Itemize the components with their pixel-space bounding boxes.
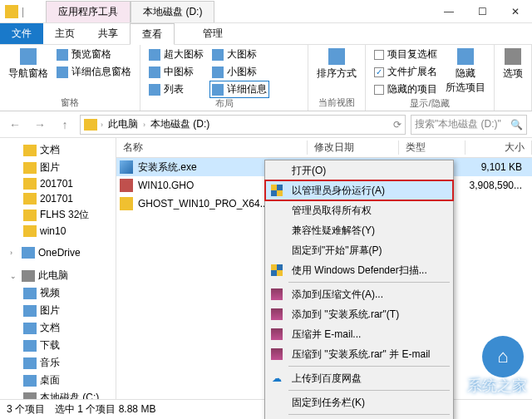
cloud-icon: ☁ — [272, 372, 282, 384]
context-tab-tools[interactable]: 应用程序工具 — [46, 1, 131, 22]
chevron-down-icon[interactable]: ⌄ — [10, 272, 18, 280]
ribbon: 导航窗格 预览窗格 详细信息窗格 窗格 超大图标 中图标 列表 大图标 小图标 … — [0, 45, 532, 111]
pc-icon — [22, 270, 35, 282]
back-button[interactable]: ← — [5, 115, 25, 135]
layout-medium[interactable]: 中图标 — [147, 64, 205, 80]
context-menu-item[interactable]: 固定到任务栏(K) — [265, 392, 453, 412]
tree-documents[interactable]: 文档 — [0, 141, 116, 159]
menu-item-label: 固定到任务栏(K) — [292, 396, 446, 410]
context-menu-item[interactable]: 添加到压缩文件(A)... — [265, 284, 453, 304]
details-pane-button[interactable]: 详细信息窗格 — [55, 64, 133, 80]
close-button[interactable]: ✕ — [499, 0, 532, 23]
layout-large[interactable]: 大图标 — [210, 47, 268, 62]
tree-music[interactable]: 音乐 — [0, 354, 116, 372]
ribbon-group-view: 排序方式 当前视图 — [308, 45, 366, 111]
tree-201701b[interactable]: 201701 — [0, 191, 116, 206]
group-label-showhide: 显示/隐藏 — [372, 97, 487, 110]
context-menu-item[interactable]: 以管理员身份运行(A) — [265, 180, 453, 200]
tree-this-pc[interactable]: ⌄此电脑 — [0, 267, 116, 284]
breadcrumb[interactable]: › 此电脑 › 本地磁盘 (D:) ⟳ — [80, 115, 406, 135]
tree-pictures2[interactable]: 图片 — [0, 302, 116, 319]
rar-icon — [271, 308, 283, 320]
preview-pane-button[interactable]: 预览窗格 — [55, 47, 133, 62]
onedrive-icon — [22, 247, 35, 259]
group-label-view: 当前视图 — [315, 96, 358, 109]
menu-item-label: 添加到压缩文件(A)... — [292, 288, 446, 302]
desktop-icon — [23, 375, 37, 387]
nav-pane-icon — [20, 48, 37, 65]
tree-win10[interactable]: win10 — [0, 224, 116, 239]
quick-access-toolbar: | — [0, 5, 29, 18]
sort-button[interactable]: 排序方式 — [315, 47, 358, 82]
hide-selected-button[interactable]: 隐藏 所选项目 — [444, 47, 487, 96]
home-tab[interactable]: 主页 — [43, 23, 86, 44]
file-tab[interactable]: 文件 — [0, 23, 43, 44]
context-menu-item[interactable]: 固定到"开始"屏幕(P) — [265, 240, 453, 260]
tree-201701a[interactable]: 201701 — [0, 176, 116, 191]
tree-local-c[interactable]: 本地磁盘 (C:) — [0, 389, 116, 399]
col-date[interactable]: 修改日期 — [308, 140, 399, 155]
folder-icon — [23, 178, 37, 190]
up-button[interactable]: ↑ — [55, 115, 75, 135]
context-menu-item[interactable]: 使用 Windows Defender扫描... — [265, 260, 453, 280]
crumb-this-pc[interactable]: 此电脑 — [106, 117, 140, 131]
chevron-right-icon[interactable]: › — [101, 121, 103, 129]
col-size[interactable]: 大小 — [466, 140, 532, 155]
tree-desktop[interactable]: 桌面 — [0, 372, 116, 389]
sm-icon — [212, 67, 224, 78]
checkboxes-toggle[interactable]: 项目复选框 — [372, 47, 439, 62]
status-count: 3 个项目 — [7, 402, 45, 417]
nav-pane-button[interactable]: 导航窗格 — [7, 47, 50, 82]
nav-tree[interactable]: 文档 图片 201701 201701 FLHS 32位 win10 ›OneD… — [0, 138, 116, 399]
context-menu-item[interactable]: 打开(O) — [265, 160, 453, 180]
tree-videos[interactable]: 视频 — [0, 284, 116, 302]
share-tab[interactable]: 共享 — [86, 23, 130, 44]
sort-label: 排序方式 — [317, 67, 357, 81]
view-tab[interactable]: 查看 — [130, 23, 175, 45]
context-menu-item[interactable]: 压缩到 "安装系统.rar" 并 E-mail — [265, 344, 453, 364]
menu-separator — [288, 414, 450, 415]
crumb-drive[interactable]: 本地磁盘 (D:) — [149, 117, 211, 131]
context-menu-item[interactable]: 管理员取得所有权 — [265, 200, 453, 220]
context-menu-item[interactable]: 添加到 "安装系统.rar"(T) — [265, 304, 453, 324]
menu-separator — [288, 282, 450, 283]
col-type[interactable]: 类型 — [399, 140, 466, 155]
context-menu-item[interactable]: 压缩并 E-mail... — [265, 324, 453, 344]
layout-details[interactable]: 详细信息 — [210, 81, 268, 97]
layout-list[interactable]: 列表 — [147, 81, 205, 97]
refresh-button[interactable]: ⟳ — [393, 119, 401, 131]
documents-icon — [23, 323, 37, 334]
col-name[interactable]: 名称 — [116, 140, 308, 155]
tree-downloads[interactable]: 下载 — [0, 337, 116, 354]
menu-item-label: 压缩并 E-mail... — [292, 328, 446, 342]
tree-documents2[interactable]: 文档 — [0, 319, 116, 337]
title-context-tabs: 应用程序工具 本地磁盘 (D:) — [46, 1, 214, 22]
hide-icon — [457, 48, 474, 65]
tree-flhs[interactable]: FLHS 32位 — [0, 206, 116, 224]
drive-icon — [23, 392, 37, 400]
options-button[interactable]: 选项 — [501, 47, 525, 82]
layout-small[interactable]: 小图标 — [210, 64, 268, 80]
folder-icon — [23, 162, 37, 174]
downloads-icon — [23, 340, 37, 352]
maximize-button[interactable]: ☐ — [466, 0, 499, 23]
manage-tab[interactable]: 管理 — [191, 23, 234, 44]
forward-button[interactable]: → — [30, 115, 50, 135]
chevron-right-icon[interactable]: › — [143, 121, 145, 129]
tree-onedrive[interactable]: ›OneDrive — [0, 245, 116, 260]
chevron-right-icon[interactable]: › — [10, 249, 18, 257]
shield-icon — [271, 264, 283, 276]
group-label-layout: 布局 — [147, 97, 301, 110]
qat-divider: | — [22, 6, 24, 17]
minimize-button[interactable]: — — [432, 0, 466, 23]
extensions-toggle[interactable]: 文件扩展名 — [372, 64, 439, 80]
layout-extra-large[interactable]: 超大图标 — [147, 47, 205, 62]
shield-icon — [271, 185, 283, 196]
search-input[interactable]: 搜索"本地磁盘 (D:)" 🔍 — [411, 115, 527, 135]
folder-icon — [23, 193, 37, 205]
tree-pictures[interactable]: 图片 — [0, 159, 116, 176]
context-menu-item[interactable]: 兼容性疑难解答(Y) — [265, 220, 453, 240]
context-menu[interactable]: 打开(O)以管理员身份运行(A)管理员取得所有权兼容性疑难解答(Y)固定到"开始… — [264, 160, 454, 419]
hidden-toggle[interactable]: 隐藏的项目 — [372, 81, 439, 97]
context-menu-item[interactable]: ☁上传到百度网盘 — [265, 368, 453, 388]
